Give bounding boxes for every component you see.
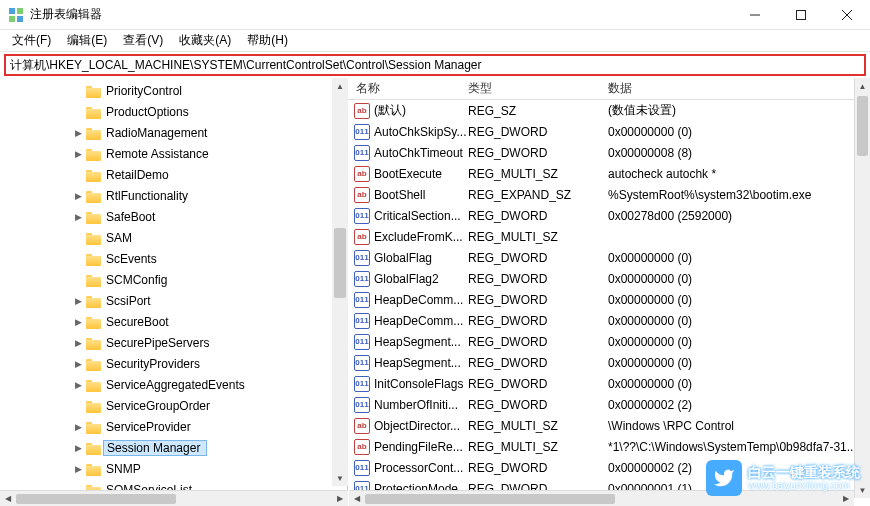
scroll-thumb[interactable] bbox=[334, 228, 346, 298]
menubar: 文件(F) 编辑(E) 查看(V) 收藏夹(A) 帮助(H) bbox=[0, 30, 870, 52]
list-row[interactable]: 011HeapSegment...REG_DWORD0x00000000 (0) bbox=[348, 331, 870, 352]
tree-item[interactable]: ▶PriorityControl bbox=[0, 80, 347, 101]
tree-item[interactable]: ▶SCMConfig bbox=[0, 269, 347, 290]
column-header-name[interactable]: 名称 bbox=[348, 80, 468, 97]
list-scrollbar-horizontal[interactable]: ◀ ▶ bbox=[349, 490, 854, 506]
cell-name: ab(默认) bbox=[348, 102, 468, 119]
tree-item[interactable]: ▶RtlFunctionality bbox=[0, 185, 347, 206]
scroll-up-icon[interactable]: ▲ bbox=[855, 78, 870, 94]
tree-item-label: PriorityControl bbox=[106, 84, 182, 98]
chevron-right-icon[interactable]: ▶ bbox=[72, 212, 84, 222]
list-row[interactable]: abPendingFileRe...REG_MULTI_SZ*1\??\C:\W… bbox=[348, 436, 870, 457]
tree-item[interactable]: ▶SecureBoot bbox=[0, 311, 347, 332]
chevron-right-icon[interactable]: ▶ bbox=[72, 149, 84, 159]
menu-file[interactable]: 文件(F) bbox=[4, 30, 59, 51]
list-row[interactable]: 011HeapSegment...REG_DWORD0x00000000 (0) bbox=[348, 352, 870, 373]
list-row[interactable]: abExcludeFromK...REG_MULTI_SZ bbox=[348, 226, 870, 247]
value-type: REG_DWORD bbox=[468, 293, 608, 307]
value-name: ProcessorCont... bbox=[374, 461, 463, 475]
scroll-down-icon[interactable]: ▼ bbox=[855, 482, 870, 498]
binary-value-icon: 011 bbox=[354, 460, 370, 476]
column-header-type[interactable]: 类型 bbox=[468, 80, 608, 97]
list-row[interactable]: ab(默认)REG_SZ(数值未设置) bbox=[348, 100, 870, 121]
value-data: 0x00000002 (2) bbox=[608, 461, 870, 475]
tree-item[interactable]: ▶Remote Assistance bbox=[0, 143, 347, 164]
tree-item-label: ServiceAggregatedEvents bbox=[106, 378, 245, 392]
tree-item-label: SecurityProviders bbox=[106, 357, 200, 371]
scroll-left-icon[interactable]: ◀ bbox=[349, 491, 365, 506]
list-row[interactable]: abBootShellREG_EXPAND_SZ%SystemRoot%\sys… bbox=[348, 184, 870, 205]
chevron-right-icon[interactable]: ▶ bbox=[72, 338, 84, 348]
address-bar[interactable]: 计算机\HKEY_LOCAL_MACHINE\SYSTEM\CurrentCon… bbox=[4, 54, 866, 76]
scroll-thumb[interactable] bbox=[365, 494, 615, 504]
tree-item-label: RtlFunctionality bbox=[106, 189, 188, 203]
list-row[interactable]: 011HeapDeComm...REG_DWORD0x00000000 (0) bbox=[348, 310, 870, 331]
list-row[interactable]: 011HeapDeComm...REG_DWORD0x00000000 (0) bbox=[348, 289, 870, 310]
binary-value-icon: 011 bbox=[354, 292, 370, 308]
scroll-right-icon[interactable]: ▶ bbox=[838, 491, 854, 506]
tree-item[interactable]: ▶ScEvents bbox=[0, 248, 347, 269]
folder-icon bbox=[86, 189, 102, 203]
tree-item[interactable]: ▶ServiceProvider bbox=[0, 416, 347, 437]
minimize-button[interactable] bbox=[732, 0, 778, 29]
binary-value-icon: 011 bbox=[354, 397, 370, 413]
column-header-data[interactable]: 数据 bbox=[608, 80, 870, 97]
menu-view[interactable]: 查看(V) bbox=[115, 30, 171, 51]
tree-item-label: SecurePipeServers bbox=[106, 336, 209, 350]
scroll-thumb[interactable] bbox=[16, 494, 176, 504]
list-row[interactable]: 011NumberOfIniti...REG_DWORD0x00000002 (… bbox=[348, 394, 870, 415]
list-body[interactable]: ab(默认)REG_SZ(数值未设置)011AutoChkSkipSy...RE… bbox=[348, 100, 870, 504]
list-row[interactable]: abBootExecuteREG_MULTI_SZautocheck autoc… bbox=[348, 163, 870, 184]
list-row[interactable]: 011CriticalSection...REG_DWORD0x00278d00… bbox=[348, 205, 870, 226]
address-text: 计算机\HKEY_LOCAL_MACHINE\SYSTEM\CurrentCon… bbox=[10, 57, 482, 74]
tree-item[interactable]: ▶SAM bbox=[0, 227, 347, 248]
chevron-right-icon[interactable]: ▶ bbox=[72, 191, 84, 201]
menu-help[interactable]: 帮助(H) bbox=[239, 30, 296, 51]
tree-item[interactable]: ▶ProductOptions bbox=[0, 101, 347, 122]
chevron-right-icon[interactable]: ▶ bbox=[72, 317, 84, 327]
scroll-right-icon[interactable]: ▶ bbox=[332, 491, 348, 506]
tree-item[interactable]: ▶SecurePipeServers bbox=[0, 332, 347, 353]
tree-item[interactable]: ▶SecurityProviders bbox=[0, 353, 347, 374]
folder-icon bbox=[86, 273, 102, 287]
tree-panel[interactable]: ▶PriorityControl▶ProductOptions▶RadioMan… bbox=[0, 78, 348, 504]
tree-scrollbar-vertical[interactable]: ▲ ▼ bbox=[332, 78, 348, 486]
scroll-down-icon[interactable]: ▼ bbox=[332, 470, 348, 486]
folder-icon bbox=[86, 168, 102, 182]
list-row[interactable]: 011GlobalFlagREG_DWORD0x00000000 (0) bbox=[348, 247, 870, 268]
tree-item[interactable]: ▶ScsiPort bbox=[0, 290, 347, 311]
chevron-right-icon[interactable]: ▶ bbox=[72, 296, 84, 306]
chevron-right-icon[interactable]: ▶ bbox=[72, 380, 84, 390]
list-row[interactable]: abObjectDirector...REG_MULTI_SZ\Windows … bbox=[348, 415, 870, 436]
tree-item[interactable]: ▶RetailDemo bbox=[0, 164, 347, 185]
tree-item[interactable]: ▶ServiceAggregatedEvents bbox=[0, 374, 347, 395]
list-row[interactable]: 011AutoChkSkipSy...REG_DWORD0x00000000 (… bbox=[348, 121, 870, 142]
scroll-left-icon[interactable]: ◀ bbox=[0, 491, 16, 506]
list-row[interactable]: 011InitConsoleFlagsREG_DWORD0x00000000 (… bbox=[348, 373, 870, 394]
scroll-up-icon[interactable]: ▲ bbox=[332, 78, 348, 94]
menu-favorites[interactable]: 收藏夹(A) bbox=[171, 30, 239, 51]
list-scrollbar-vertical[interactable]: ▲ ▼ bbox=[854, 78, 870, 498]
tree-item-label: SNMP bbox=[106, 462, 141, 476]
chevron-right-icon[interactable]: ▶ bbox=[72, 464, 84, 474]
maximize-button[interactable] bbox=[778, 0, 824, 29]
menu-edit[interactable]: 编辑(E) bbox=[59, 30, 115, 51]
svg-rect-1 bbox=[17, 8, 23, 14]
tree-scrollbar-horizontal[interactable]: ◀ ▶ bbox=[0, 490, 348, 506]
tree-item[interactable]: ▶SNMP bbox=[0, 458, 347, 479]
tree-item[interactable]: ▶Session Manager bbox=[0, 437, 347, 458]
scroll-thumb[interactable] bbox=[857, 96, 868, 156]
chevron-right-icon[interactable]: ▶ bbox=[72, 422, 84, 432]
list-row[interactable]: 011ProcessorCont...REG_DWORD0x00000002 (… bbox=[348, 457, 870, 478]
chevron-right-icon[interactable]: ▶ bbox=[72, 359, 84, 369]
chevron-right-icon[interactable]: ▶ bbox=[72, 128, 84, 138]
value-data: 0x00278d00 (2592000) bbox=[608, 209, 870, 223]
tree-item[interactable]: ▶SafeBoot bbox=[0, 206, 347, 227]
list-row[interactable]: 011GlobalFlag2REG_DWORD0x00000000 (0) bbox=[348, 268, 870, 289]
close-button[interactable] bbox=[824, 0, 870, 29]
tree-item[interactable]: ▶RadioManagement bbox=[0, 122, 347, 143]
tree-item[interactable]: ▶ServiceGroupOrder bbox=[0, 395, 347, 416]
cell-name: 011GlobalFlag2 bbox=[348, 271, 468, 287]
chevron-right-icon[interactable]: ▶ bbox=[72, 443, 84, 453]
list-row[interactable]: 011AutoChkTimeoutREG_DWORD0x00000008 (8) bbox=[348, 142, 870, 163]
